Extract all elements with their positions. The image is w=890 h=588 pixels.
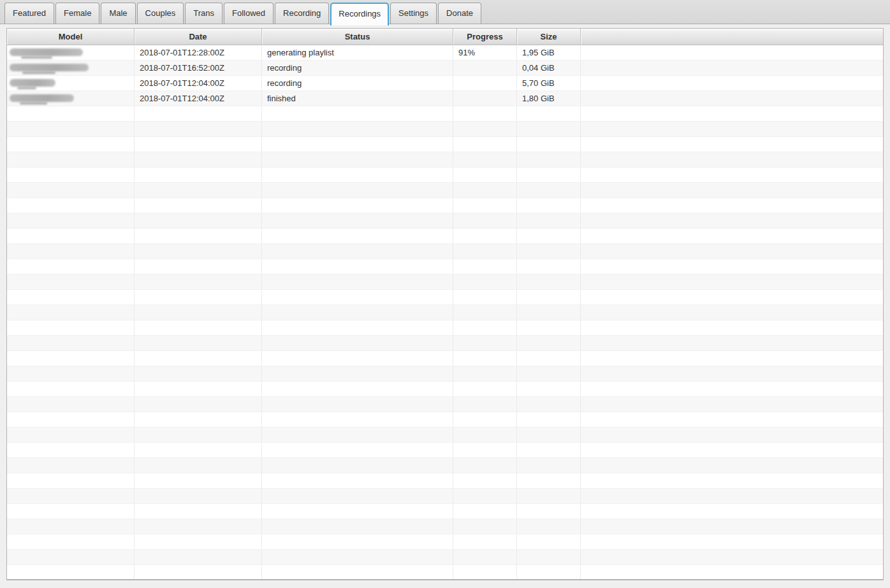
table-row-empty <box>7 382 883 397</box>
table-row[interactable]: 2018-07-01T12:28:00Z generating playlist… <box>7 45 883 61</box>
table-row-empty <box>7 320 883 336</box>
cell-status-empty <box>262 550 453 565</box>
cell-progress-empty <box>453 122 517 137</box>
cell-model-empty <box>7 137 135 152</box>
cell-date-empty <box>135 519 262 534</box>
cell-filler-empty <box>581 366 883 382</box>
cell-date-empty <box>135 213 262 229</box>
cell-model <box>7 61 135 76</box>
cell-date-empty <box>135 489 262 504</box>
tab-label: Female <box>64 8 91 18</box>
cell-size-empty <box>517 336 581 351</box>
cell-progress <box>453 61 517 76</box>
cell-size-empty <box>517 106 581 122</box>
cell-size-empty <box>517 168 581 183</box>
cell-date-empty <box>135 198 262 213</box>
table-row[interactable]: 2018-07-01T12:04:00Z recording 5,70 GiB <box>7 76 883 91</box>
cell-size-empty <box>517 534 581 550</box>
cell-progress-empty <box>453 366 517 382</box>
cell-model-empty <box>7 382 135 397</box>
model-name-redacted <box>10 79 55 87</box>
column-header-model[interactable]: Model <box>7 29 135 45</box>
table-row-empty <box>7 137 883 152</box>
table-row-empty <box>7 443 883 458</box>
table-row[interactable]: 2018-07-01T16:52:00Z recording 0,04 GiB <box>7 61 883 76</box>
cell-size-empty <box>517 382 581 397</box>
cell-date-empty <box>135 137 262 152</box>
cell-size-empty <box>517 213 581 229</box>
table-row-empty <box>7 366 883 382</box>
cell-status-empty <box>262 259 453 275</box>
table-row-empty <box>7 458 883 473</box>
cell-progress-empty <box>453 412 517 427</box>
cell-model-empty <box>7 122 135 137</box>
cell-progress <box>453 91 517 106</box>
tab-featured[interactable]: Featured <box>4 3 54 24</box>
cell-filler-empty <box>581 229 883 244</box>
cell-model-empty <box>7 351 135 366</box>
tab-female[interactable]: Female <box>55 3 99 24</box>
cell-date-empty <box>135 122 262 137</box>
column-header-size[interactable]: Size <box>517 29 581 45</box>
cell-progress-empty <box>453 489 517 504</box>
table-row-empty <box>7 489 883 504</box>
table-row-empty <box>7 534 883 550</box>
cell-status-empty <box>262 382 453 397</box>
cell-model-empty <box>7 550 135 565</box>
table-body: 2018-07-01T12:28:00Z generating playlist… <box>7 45 883 580</box>
cell-progress-empty <box>453 427 517 443</box>
cell-filler-empty <box>581 397 883 412</box>
cell-size-empty <box>517 229 581 244</box>
cell-size: 5,70 GiB <box>517 76 581 91</box>
cell-date-empty <box>135 168 262 183</box>
table-row[interactable]: 2018-07-01T12:04:00Z finished 1,80 GiB <box>7 91 883 106</box>
cell-model-empty <box>7 412 135 427</box>
cell-status-empty <box>262 458 453 473</box>
tab-label: Couples <box>145 8 176 18</box>
cell-filler-empty <box>581 275 883 290</box>
cell-date: 2018-07-01T16:52:00Z <box>135 61 262 76</box>
cell-status-empty <box>262 168 453 183</box>
cell-progress-empty <box>453 106 517 122</box>
tab-label: Recording <box>283 8 321 18</box>
cell-filler <box>581 61 883 76</box>
tab-settings[interactable]: Settings <box>390 3 437 24</box>
cell-status-empty <box>262 519 453 534</box>
tab-bar: Featured Female Male Couples Trans Follo… <box>0 0 890 24</box>
column-header-status[interactable]: Status <box>262 29 453 45</box>
cell-model-empty <box>7 305 135 320</box>
cell-status-empty <box>262 198 453 213</box>
cell-date-empty <box>135 458 262 473</box>
cell-progress-empty <box>453 565 517 580</box>
cell-filler-empty <box>581 427 883 443</box>
cell-model <box>7 76 135 91</box>
table-row-empty <box>7 275 883 290</box>
tab-donate[interactable]: Donate <box>438 3 481 24</box>
cell-progress-empty <box>453 290 517 305</box>
column-header-date[interactable]: Date <box>135 29 262 45</box>
tab-couples[interactable]: Couples <box>137 3 184 24</box>
table-row-empty <box>7 519 883 534</box>
cell-status-empty <box>262 366 453 382</box>
cell-filler <box>581 76 883 91</box>
cell-status-empty <box>262 427 453 443</box>
cell-status-empty <box>262 565 453 580</box>
cell-model-empty <box>7 183 135 198</box>
tab-male[interactable]: Male <box>101 3 135 24</box>
cell-size-empty <box>517 443 581 458</box>
tab-recordings[interactable]: Recordings <box>330 3 389 25</box>
cell-model-empty <box>7 534 135 550</box>
cell-filler-empty <box>581 305 883 320</box>
table-row-empty <box>7 229 883 244</box>
cell-status-empty <box>262 489 453 504</box>
tab-trans[interactable]: Trans <box>185 3 222 24</box>
cell-date-empty <box>135 382 262 397</box>
cell-progress-empty <box>453 382 517 397</box>
cell-model-empty <box>7 229 135 244</box>
column-header-progress[interactable]: Progress <box>453 29 517 45</box>
cell-size: 1,95 GiB <box>517 45 581 61</box>
tab-followed[interactable]: Followed <box>224 3 274 24</box>
tab-recording[interactable]: Recording <box>275 3 329 24</box>
table-row-empty <box>7 565 883 580</box>
cell-progress-empty <box>453 183 517 198</box>
